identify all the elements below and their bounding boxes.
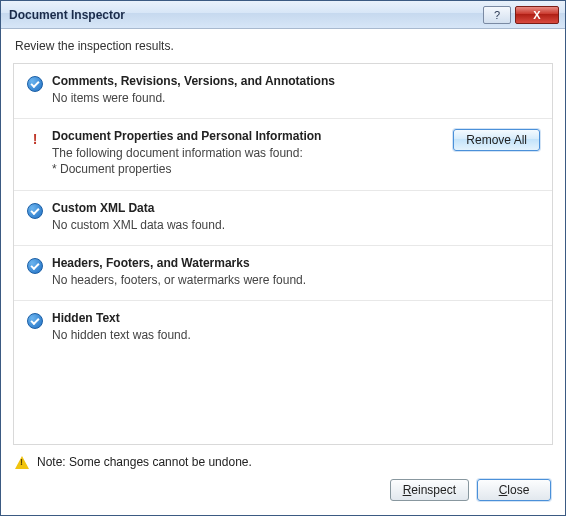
window-close-button[interactable]: X xyxy=(515,6,559,24)
section-body: Hidden Text No hidden text was found. xyxy=(52,311,540,343)
check-icon xyxy=(26,257,44,275)
section-title: Hidden Text xyxy=(52,311,540,325)
window-title: Document Inspector xyxy=(9,8,483,22)
section-title: Comments, Revisions, Versions, and Annot… xyxy=(52,74,540,88)
footer-note-text: Note: Some changes cannot be undone. xyxy=(37,455,252,469)
document-inspector-dialog: Document Inspector ? X Review the inspec… xyxy=(0,0,566,516)
section-comments: Comments, Revisions, Versions, and Annot… xyxy=(14,64,552,119)
section-detail: No hidden text was found. xyxy=(52,327,540,343)
section-body: Headers, Footers, and Watermarks No head… xyxy=(52,256,540,288)
section-action: Remove All xyxy=(453,129,540,151)
titlebar: Document Inspector ? X xyxy=(1,1,565,29)
help-button[interactable]: ? xyxy=(483,6,511,24)
remove-all-button[interactable]: Remove All xyxy=(453,129,540,151)
reinspect-button[interactable]: Reinspect xyxy=(390,479,469,501)
section-body: Custom XML Data No custom XML data was f… xyxy=(52,201,540,233)
check-icon xyxy=(26,312,44,330)
check-icon xyxy=(26,202,44,220)
section-custom-xml: Custom XML Data No custom XML data was f… xyxy=(14,191,552,246)
results-panel: Comments, Revisions, Versions, and Annot… xyxy=(13,63,553,445)
exclaim-icon: ! xyxy=(26,130,44,148)
section-title: Headers, Footers, and Watermarks xyxy=(52,256,540,270)
section-title: Custom XML Data xyxy=(52,201,540,215)
instruction-text: Review the inspection results. xyxy=(1,29,565,57)
close-icon: X xyxy=(533,9,540,21)
section-detail: The following document information was f… xyxy=(52,145,445,177)
close-button[interactable]: Close xyxy=(477,479,551,501)
section-title: Document Properties and Personal Informa… xyxy=(52,129,445,143)
section-headers-footers: Headers, Footers, and Watermarks No head… xyxy=(14,246,552,301)
button-row: Reinspect Close xyxy=(1,475,565,515)
section-hidden-text: Hidden Text No hidden text was found. xyxy=(14,301,552,355)
help-icon: ? xyxy=(494,9,500,21)
footer-note: Note: Some changes cannot be undone. xyxy=(1,445,565,475)
section-detail: No items were found. xyxy=(52,90,540,106)
section-detail: No custom XML data was found. xyxy=(52,217,540,233)
section-body: Document Properties and Personal Informa… xyxy=(52,129,445,177)
section-doc-properties: ! Document Properties and Personal Infor… xyxy=(14,119,552,190)
section-body: Comments, Revisions, Versions, and Annot… xyxy=(52,74,540,106)
warning-icon xyxy=(15,456,29,469)
check-icon xyxy=(26,75,44,93)
section-detail: No headers, footers, or watermarks were … xyxy=(52,272,540,288)
